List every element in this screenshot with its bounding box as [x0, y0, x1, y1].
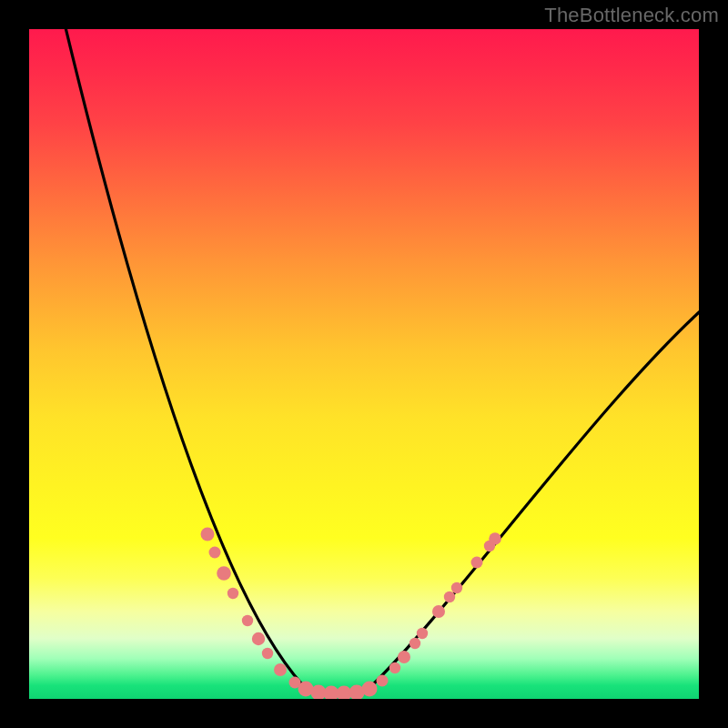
highlight-dot — [274, 663, 287, 676]
highlight-dot — [228, 588, 238, 599]
highlight-dot — [432, 605, 445, 618]
highlight-dot — [377, 675, 389, 687]
highlight-dot — [417, 628, 428, 639]
highlight-dot — [362, 682, 378, 697]
plot-area — [29, 29, 699, 699]
bottleneck-curve — [64, 29, 699, 694]
highlight-dot — [209, 547, 221, 559]
highlight-dot — [471, 557, 483, 569]
highlight-dots — [201, 528, 501, 700]
highlight-dot — [398, 651, 410, 663]
highlight-dot — [262, 648, 273, 659]
bottleneck-curve-svg — [29, 29, 699, 699]
highlight-dot — [242, 615, 253, 626]
highlight-dot — [252, 632, 265, 645]
highlight-dot — [217, 566, 231, 581]
highlight-dot — [410, 638, 420, 649]
chart-frame: TheBottleneck.com — [0, 0, 728, 728]
highlight-dot — [444, 592, 455, 602]
highlight-dot — [389, 662, 400, 673]
watermark-text: TheBottleneck.com — [544, 4, 719, 27]
highlight-dot — [489, 532, 501, 545]
highlight-dot — [451, 582, 462, 593]
highlight-dot — [201, 528, 215, 541]
